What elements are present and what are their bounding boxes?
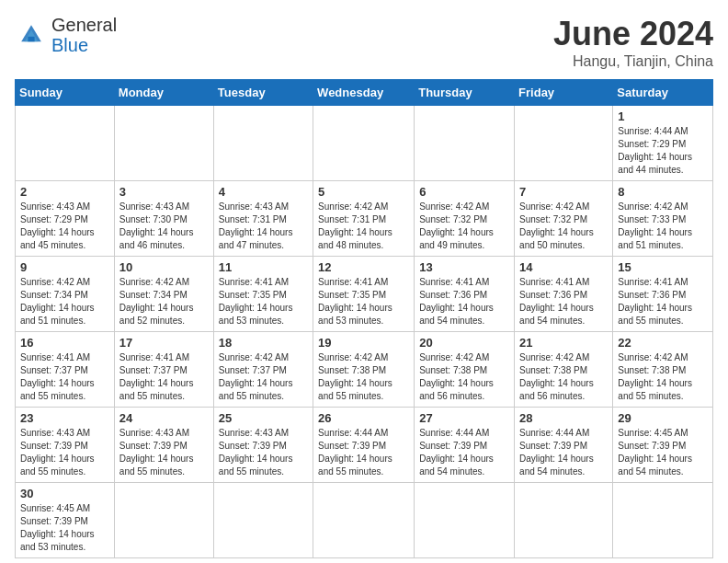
- calendar-cell: 7Sunrise: 4:42 AM Sunset: 7:32 PM Daylig…: [515, 181, 613, 257]
- weekday-header-monday: Monday: [114, 80, 213, 106]
- weekday-header-tuesday: Tuesday: [213, 80, 313, 106]
- day-info: Sunrise: 4:41 AM Sunset: 7:36 PM Dayligh…: [618, 276, 708, 327]
- day-number: 13: [419, 260, 509, 274]
- calendar-cell: 22Sunrise: 4:42 AM Sunset: 7:38 PM Dayli…: [613, 332, 713, 408]
- day-number: 14: [519, 260, 608, 274]
- calendar-cell: [515, 483, 613, 558]
- day-number: 28: [519, 411, 608, 425]
- day-info: Sunrise: 4:41 AM Sunset: 7:37 PM Dayligh…: [20, 351, 109, 403]
- weekday-header-wednesday: Wednesday: [313, 80, 415, 106]
- calendar-cell: 10Sunrise: 4:42 AM Sunset: 7:34 PM Dayli…: [114, 257, 213, 332]
- calendar-cell: 3Sunrise: 4:43 AM Sunset: 7:30 PM Daylig…: [114, 181, 213, 257]
- calendar-cell: 6Sunrise: 4:42 AM Sunset: 7:32 PM Daylig…: [415, 181, 515, 257]
- calendar-cell: 26Sunrise: 4:44 AM Sunset: 7:39 PM Dayli…: [313, 408, 415, 483]
- day-number: 2: [20, 185, 109, 199]
- calendar-cell: 28Sunrise: 4:44 AM Sunset: 7:39 PM Dayli…: [515, 408, 613, 483]
- day-number: 19: [318, 336, 409, 350]
- day-number: 24: [119, 411, 209, 425]
- day-number: 6: [419, 185, 509, 199]
- day-number: 18: [219, 336, 308, 350]
- calendar-cell: 27Sunrise: 4:44 AM Sunset: 7:39 PM Dayli…: [415, 408, 515, 483]
- calendar-cell: 21Sunrise: 4:42 AM Sunset: 7:38 PM Dayli…: [515, 332, 613, 408]
- day-info: Sunrise: 4:42 AM Sunset: 7:32 PM Dayligh…: [419, 201, 509, 252]
- calendar-cell: [415, 106, 515, 181]
- day-number: 5: [318, 185, 409, 199]
- calendar-cell: [114, 483, 213, 558]
- day-info: Sunrise: 4:41 AM Sunset: 7:36 PM Dayligh…: [519, 276, 608, 327]
- calendar-cell: [16, 106, 115, 181]
- day-info: Sunrise: 4:43 AM Sunset: 7:39 PM Dayligh…: [119, 427, 209, 478]
- day-info: Sunrise: 4:43 AM Sunset: 7:30 PM Dayligh…: [119, 201, 209, 252]
- calendar-cell: [114, 106, 213, 181]
- day-info: Sunrise: 4:41 AM Sunset: 7:37 PM Dayligh…: [119, 351, 209, 403]
- day-info: Sunrise: 4:41 AM Sunset: 7:35 PM Dayligh…: [318, 276, 409, 327]
- svg-rect-3: [28, 37, 34, 41]
- weekday-header-sunday: Sunday: [16, 80, 115, 106]
- month-title: June 2024: [553, 15, 713, 53]
- day-number: 22: [618, 336, 708, 350]
- calendar-cell: 1Sunrise: 4:44 AM Sunset: 7:29 PM Daylig…: [613, 106, 713, 181]
- day-info: Sunrise: 4:42 AM Sunset: 7:34 PM Dayligh…: [119, 276, 209, 327]
- logo: General Blue: [15, 15, 117, 55]
- calendar-cell: 19Sunrise: 4:42 AM Sunset: 7:38 PM Dayli…: [313, 332, 415, 408]
- calendar-cell: 29Sunrise: 4:45 AM Sunset: 7:39 PM Dayli…: [613, 408, 713, 483]
- day-number: 21: [519, 336, 608, 350]
- calendar-cell: 8Sunrise: 4:42 AM Sunset: 7:33 PM Daylig…: [613, 181, 713, 257]
- day-info: Sunrise: 4:44 AM Sunset: 7:39 PM Dayligh…: [419, 427, 509, 478]
- logo-line2: Blue: [51, 35, 117, 55]
- calendar-cell: 25Sunrise: 4:43 AM Sunset: 7:39 PM Dayli…: [213, 408, 313, 483]
- calendar-cell: [613, 483, 713, 558]
- calendar-cell: 9Sunrise: 4:42 AM Sunset: 7:34 PM Daylig…: [16, 257, 115, 332]
- calendar-cell: 12Sunrise: 4:41 AM Sunset: 7:35 PM Dayli…: [313, 257, 415, 332]
- calendar-cell: 13Sunrise: 4:41 AM Sunset: 7:36 PM Dayli…: [415, 257, 515, 332]
- calendar-week-4: 16Sunrise: 4:41 AM Sunset: 7:37 PM Dayli…: [16, 332, 713, 408]
- weekday-header-saturday: Saturday: [613, 80, 713, 106]
- day-number: 29: [618, 411, 708, 425]
- calendar-cell: 2Sunrise: 4:43 AM Sunset: 7:29 PM Daylig…: [16, 181, 115, 257]
- day-info: Sunrise: 4:45 AM Sunset: 7:39 PM Dayligh…: [618, 427, 708, 478]
- day-number: 16: [20, 336, 109, 350]
- day-info: Sunrise: 4:43 AM Sunset: 7:29 PM Dayligh…: [20, 201, 109, 252]
- day-info: Sunrise: 4:42 AM Sunset: 7:31 PM Dayligh…: [318, 201, 409, 252]
- day-info: Sunrise: 4:44 AM Sunset: 7:29 PM Dayligh…: [618, 125, 708, 177]
- day-info: Sunrise: 4:43 AM Sunset: 7:39 PM Dayligh…: [219, 427, 308, 478]
- day-number: 15: [618, 260, 708, 274]
- calendar-cell: 5Sunrise: 4:42 AM Sunset: 7:31 PM Daylig…: [313, 181, 415, 257]
- day-number: 3: [119, 185, 209, 199]
- calendar-week-2: 2Sunrise: 4:43 AM Sunset: 7:29 PM Daylig…: [16, 181, 713, 257]
- day-number: 4: [219, 185, 308, 199]
- calendar-cell: 16Sunrise: 4:41 AM Sunset: 7:37 PM Dayli…: [16, 332, 115, 408]
- day-number: 30: [20, 487, 109, 500]
- day-number: 27: [419, 411, 509, 425]
- day-info: Sunrise: 4:42 AM Sunset: 7:38 PM Dayligh…: [618, 351, 708, 403]
- day-info: Sunrise: 4:45 AM Sunset: 7:39 PM Dayligh…: [20, 502, 109, 554]
- calendar-cell: 15Sunrise: 4:41 AM Sunset: 7:36 PM Dayli…: [613, 257, 713, 332]
- day-number: 23: [20, 411, 109, 425]
- day-number: 20: [419, 336, 509, 350]
- title-block: June 2024 Hangu, Tianjin, China: [553, 15, 713, 70]
- calendar-cell: 4Sunrise: 4:43 AM Sunset: 7:31 PM Daylig…: [213, 181, 313, 257]
- calendar-cell: 14Sunrise: 4:41 AM Sunset: 7:36 PM Dayli…: [515, 257, 613, 332]
- calendar-table: SundayMondayTuesdayWednesdayThursdayFrid…: [15, 79, 713, 558]
- day-info: Sunrise: 4:43 AM Sunset: 7:39 PM Dayligh…: [20, 427, 109, 478]
- calendar-cell: 17Sunrise: 4:41 AM Sunset: 7:37 PM Dayli…: [114, 332, 213, 408]
- calendar-cell: [313, 106, 415, 181]
- day-info: Sunrise: 4:41 AM Sunset: 7:35 PM Dayligh…: [219, 276, 308, 327]
- day-number: 11: [219, 260, 308, 274]
- day-number: 26: [318, 411, 409, 425]
- calendar-cell: [515, 106, 613, 181]
- logo-icon: [15, 18, 48, 52]
- day-info: Sunrise: 4:42 AM Sunset: 7:37 PM Dayligh…: [219, 351, 308, 403]
- calendar-week-1: 1Sunrise: 4:44 AM Sunset: 7:29 PM Daylig…: [16, 106, 713, 181]
- day-info: Sunrise: 4:44 AM Sunset: 7:39 PM Dayligh…: [318, 427, 409, 478]
- day-info: Sunrise: 4:42 AM Sunset: 7:38 PM Dayligh…: [519, 351, 608, 403]
- calendar-week-6: 30Sunrise: 4:45 AM Sunset: 7:39 PM Dayli…: [16, 483, 713, 558]
- location-title: Hangu, Tianjin, China: [553, 53, 713, 70]
- day-info: Sunrise: 4:42 AM Sunset: 7:32 PM Dayligh…: [519, 201, 608, 252]
- day-info: Sunrise: 4:42 AM Sunset: 7:33 PM Dayligh…: [618, 201, 708, 252]
- day-number: 10: [119, 260, 209, 274]
- day-info: Sunrise: 4:41 AM Sunset: 7:36 PM Dayligh…: [419, 276, 509, 327]
- day-number: 12: [318, 260, 409, 274]
- day-number: 25: [219, 411, 308, 425]
- calendar-cell: 20Sunrise: 4:42 AM Sunset: 7:38 PM Dayli…: [415, 332, 515, 408]
